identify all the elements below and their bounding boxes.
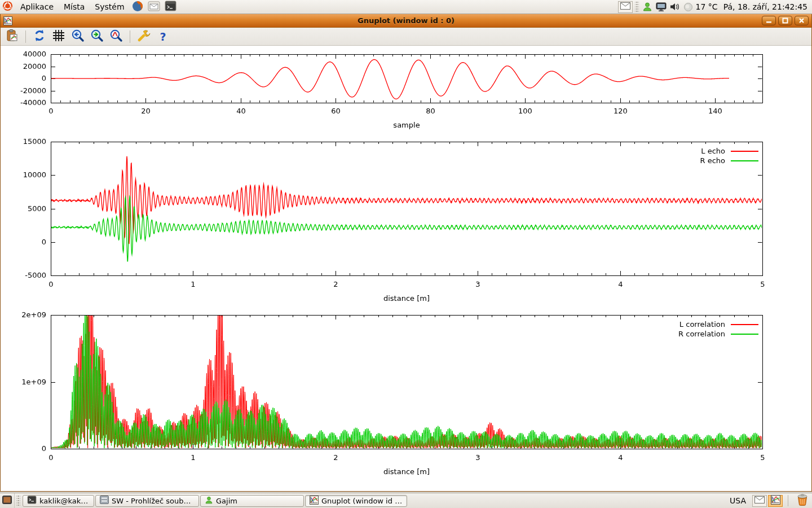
tray-separator xyxy=(788,495,788,506)
taskbar: kaklik@kaklik-kolej-u... SW - Prohlížeč … xyxy=(0,493,812,508)
mail-icon xyxy=(148,1,160,14)
trash-icon xyxy=(797,494,808,507)
mail-notification-icon xyxy=(620,2,630,11)
taskbar-item-terminal[interactable]: kaklik@kaklik-kolej-u... xyxy=(23,495,94,507)
weather-icon[interactable] xyxy=(682,2,695,12)
gajim-status-icon[interactable] xyxy=(641,2,654,12)
mail-launcher[interactable] xyxy=(145,0,162,14)
mail-notification-icon xyxy=(754,496,765,505)
keyboard-layout-indicator[interactable]: USA xyxy=(724,496,752,505)
gnuplot-icon xyxy=(310,496,319,506)
gnuplot-tray-icon xyxy=(771,495,780,506)
top-panel: Aplikace Místa Systém xyxy=(0,0,812,14)
mail-tray-slot[interactable] xyxy=(752,495,767,507)
display-icon[interactable] xyxy=(654,2,668,12)
top-panel-left: Aplikace Místa Systém xyxy=(0,0,179,14)
taskbar-right: USA xyxy=(724,493,812,508)
gnuplot-canvas[interactable] xyxy=(0,0,812,491)
ubuntu-menu-button[interactable] xyxy=(0,0,15,14)
terminal-icon xyxy=(165,1,176,13)
ubuntu-logo-icon xyxy=(2,1,13,13)
show-desktop-button[interactable] xyxy=(0,493,15,508)
panel-drag-handle[interactable] xyxy=(635,2,639,12)
menu-system[interactable]: Systém xyxy=(90,0,129,14)
temperature-indicator[interactable]: 17 °C xyxy=(695,2,721,11)
gajim-icon xyxy=(205,496,213,506)
terminal-launcher[interactable] xyxy=(162,0,179,14)
file-manager-icon xyxy=(100,496,109,506)
show-desktop-icon xyxy=(2,496,12,506)
taskbar-drag-handle[interactable] xyxy=(16,496,20,506)
firefox-launcher[interactable] xyxy=(130,0,145,14)
clock[interactable]: Pá, 18. září, 21:42:45 xyxy=(721,2,812,11)
top-panel-right: 17 °C Pá, 18. září, 21:42:45 xyxy=(617,0,812,14)
menu-places[interactable]: Místa xyxy=(59,0,90,14)
volume-icon[interactable] xyxy=(668,2,682,11)
terminal-icon xyxy=(27,496,37,506)
taskbar-item-gnuplot[interactable]: Gnuplot (window id : 0) xyxy=(305,495,407,507)
taskbar-item-file-manager[interactable]: SW - Prohlížeč souborů xyxy=(95,495,199,507)
taskbar-item-gajim[interactable]: Gajim xyxy=(200,495,304,507)
gnuplot-tray-slot[interactable] xyxy=(768,495,783,507)
trash-applet[interactable] xyxy=(793,493,812,508)
menu-applications[interactable]: Aplikace xyxy=(15,0,59,14)
firefox-icon xyxy=(132,1,143,14)
mail-tray-slot[interactable] xyxy=(618,1,633,13)
